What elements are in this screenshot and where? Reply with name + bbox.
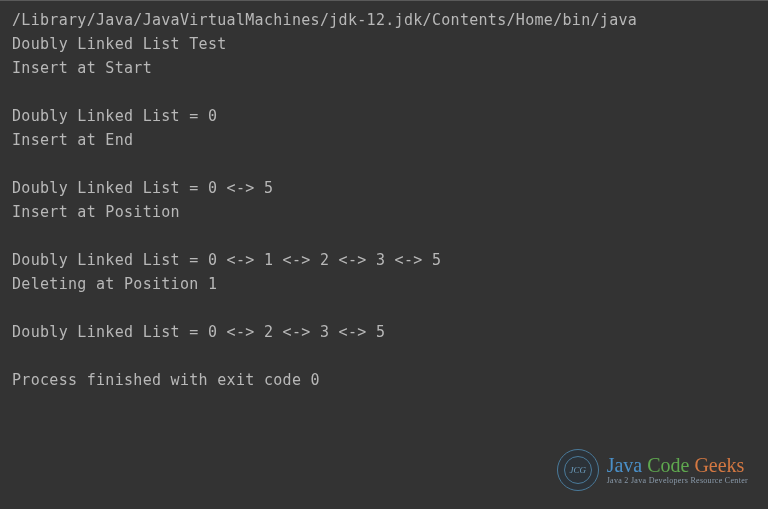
- console-line: Insert at Start: [12, 56, 756, 80]
- console-line: Insert at Position: [12, 200, 756, 224]
- console-blank-line: [12, 224, 756, 248]
- watermark-logo: JCG Java Code Geeks Java 2 Java Develope…: [557, 449, 748, 491]
- console-blank-line: [12, 344, 756, 368]
- console-line: Doubly Linked List = 0 <-> 5: [12, 176, 756, 200]
- console-output: /Library/Java/JavaVirtualMachines/jdk-12…: [12, 8, 756, 392]
- console-line: Deleting at Position 1: [12, 272, 756, 296]
- console-line: Doubly Linked List = 0 <-> 2 <-> 3 <-> 5: [12, 320, 756, 344]
- console-blank-line: [12, 80, 756, 104]
- brand-text-block: Java Code Geeks Java 2 Java Developers R…: [607, 455, 748, 485]
- console-blank-line: [12, 152, 756, 176]
- console-line: /Library/Java/JavaVirtualMachines/jdk-12…: [12, 8, 756, 32]
- console-line: Doubly Linked List = 0: [12, 104, 756, 128]
- window-top-border: [0, 0, 768, 1]
- logo-monogram: JCG: [564, 456, 592, 484]
- console-line: Insert at End: [12, 128, 756, 152]
- brand-word-geeks: Geeks: [694, 454, 744, 476]
- console-blank-line: [12, 296, 756, 320]
- console-line: Doubly Linked List = 0 <-> 1 <-> 2 <-> 3…: [12, 248, 756, 272]
- brand-word-code: Code: [647, 454, 694, 476]
- logo-circle-icon: JCG: [557, 449, 599, 491]
- brand-tagline: Java 2 Java Developers Resource Center: [607, 477, 748, 485]
- console-line: Doubly Linked List Test: [12, 32, 756, 56]
- brand-title: Java Code Geeks: [607, 455, 748, 475]
- console-line: Process finished with exit code 0: [12, 368, 756, 392]
- brand-word-java: Java: [607, 454, 648, 476]
